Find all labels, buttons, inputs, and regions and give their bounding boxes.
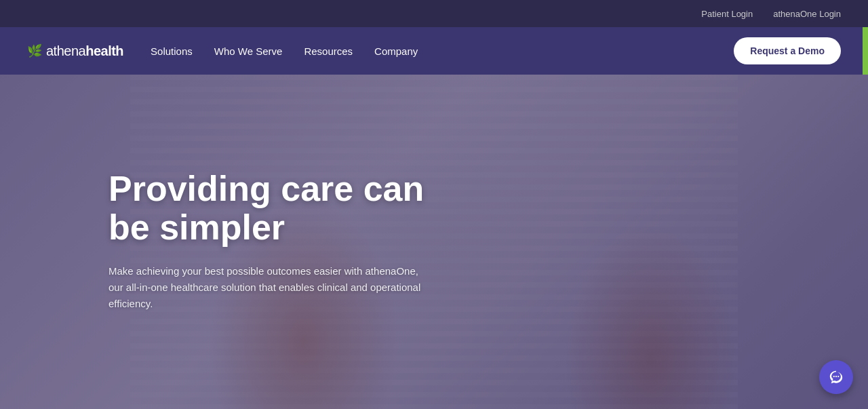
nav-links: Solutions Who We Serve Resources Company xyxy=(151,45,734,57)
nav-company[interactable]: Company xyxy=(374,45,418,57)
chat-icon xyxy=(829,370,844,385)
logo-suffix: health xyxy=(85,43,123,58)
top-bar: Patient Login athenaOne Login xyxy=(0,0,868,27)
svg-point-2 xyxy=(837,376,839,377)
nav-who-we-serve[interactable]: Who We Serve xyxy=(214,45,283,57)
hero-content: Providing care can be simpler Make achie… xyxy=(108,170,461,312)
svg-point-1 xyxy=(835,376,837,377)
navbar: 🌿 athenahealth Solutions Who We Serve Re… xyxy=(0,27,868,75)
nav-resources[interactable]: Resources xyxy=(304,45,353,57)
right-accent-bar xyxy=(863,27,868,75)
svg-point-0 xyxy=(833,376,835,377)
athenaone-login-link[interactable]: athenaOne Login xyxy=(773,9,841,19)
hero-title: Providing care can be simpler xyxy=(108,170,461,247)
logo-text: athenahealth xyxy=(46,43,123,59)
nav-solutions[interactable]: Solutions xyxy=(151,45,193,57)
patient-login-link[interactable]: Patient Login xyxy=(701,9,753,19)
request-demo-button[interactable]: Request a Demo xyxy=(734,37,841,64)
chat-button[interactable] xyxy=(819,360,853,394)
logo[interactable]: 🌿 athenahealth xyxy=(27,43,123,59)
logo-leaf-icon: 🌿 xyxy=(27,43,42,58)
hero-section: Providing care can be simpler Make achie… xyxy=(0,75,868,409)
logo-prefix: athena xyxy=(46,43,85,58)
hero-subtitle: Make achieving your best possible outcom… xyxy=(108,263,427,312)
